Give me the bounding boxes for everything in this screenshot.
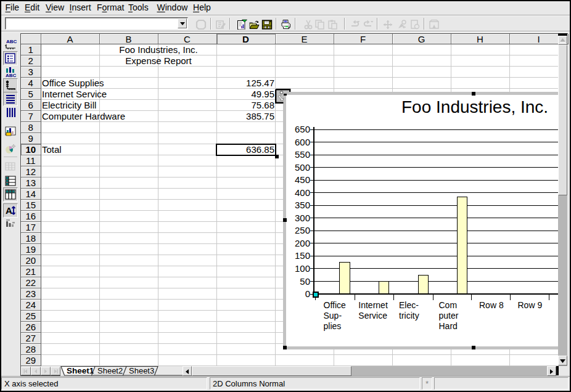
svg-text:A: A xyxy=(6,205,12,216)
svg-text:Sheet1: Sheet1 xyxy=(67,366,94,375)
svg-text:Sheet3: Sheet3 xyxy=(129,366,154,375)
svg-text:Sheet2: Sheet2 xyxy=(97,366,123,375)
svg-text:ABC: ABC xyxy=(6,73,17,78)
svg-text:ABC: ABC xyxy=(6,39,17,44)
